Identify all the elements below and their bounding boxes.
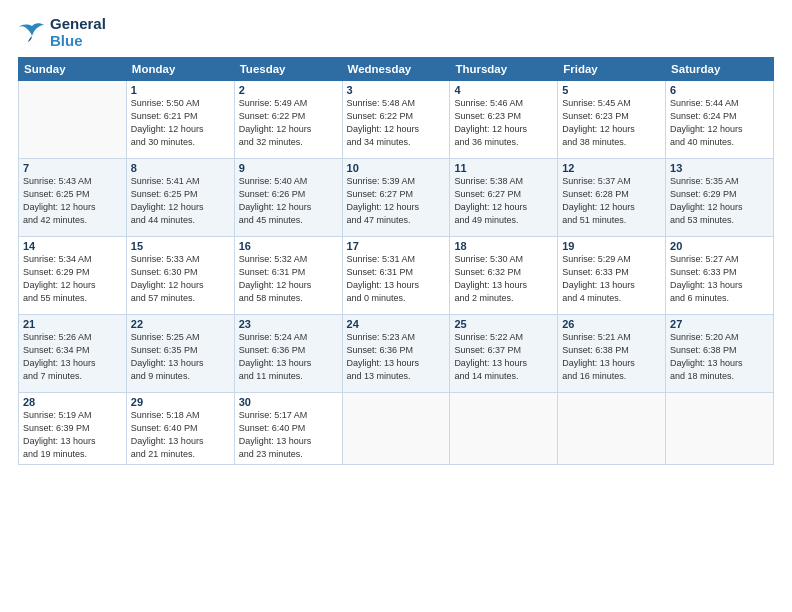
day-number: 2 (239, 84, 338, 96)
calendar-cell: 26Sunrise: 5:21 AMSunset: 6:38 PMDayligh… (558, 315, 666, 393)
day-info: Sunrise: 5:50 AMSunset: 6:21 PMDaylight:… (131, 97, 230, 149)
day-number: 30 (239, 396, 338, 408)
header-sunday: Sunday (19, 58, 127, 81)
logo-icon (18, 22, 46, 44)
calendar-cell: 20Sunrise: 5:27 AMSunset: 6:33 PMDayligh… (666, 237, 774, 315)
day-number: 5 (562, 84, 661, 96)
day-info: Sunrise: 5:34 AMSunset: 6:29 PMDaylight:… (23, 253, 122, 305)
day-number: 18 (454, 240, 553, 252)
header: General Blue (18, 16, 774, 49)
calendar: SundayMondayTuesdayWednesdayThursdayFrid… (18, 57, 774, 465)
week-row-4: 21Sunrise: 5:26 AMSunset: 6:34 PMDayligh… (19, 315, 774, 393)
day-number: 21 (23, 318, 122, 330)
day-number: 25 (454, 318, 553, 330)
calendar-cell: 13Sunrise: 5:35 AMSunset: 6:29 PMDayligh… (666, 159, 774, 237)
calendar-cell: 24Sunrise: 5:23 AMSunset: 6:36 PMDayligh… (342, 315, 450, 393)
day-info: Sunrise: 5:31 AMSunset: 6:31 PMDaylight:… (347, 253, 446, 305)
calendar-cell: 21Sunrise: 5:26 AMSunset: 6:34 PMDayligh… (19, 315, 127, 393)
day-number: 1 (131, 84, 230, 96)
week-row-5: 28Sunrise: 5:19 AMSunset: 6:39 PMDayligh… (19, 393, 774, 465)
calendar-cell: 15Sunrise: 5:33 AMSunset: 6:30 PMDayligh… (126, 237, 234, 315)
calendar-cell: 2Sunrise: 5:49 AMSunset: 6:22 PMDaylight… (234, 81, 342, 159)
calendar-cell: 18Sunrise: 5:30 AMSunset: 6:32 PMDayligh… (450, 237, 558, 315)
day-number: 28 (23, 396, 122, 408)
day-number: 15 (131, 240, 230, 252)
week-row-1: 1Sunrise: 5:50 AMSunset: 6:21 PMDaylight… (19, 81, 774, 159)
calendar-cell: 17Sunrise: 5:31 AMSunset: 6:31 PMDayligh… (342, 237, 450, 315)
logo-text-blue: Blue (50, 33, 106, 50)
header-tuesday: Tuesday (234, 58, 342, 81)
day-number: 27 (670, 318, 769, 330)
calendar-header-row: SundayMondayTuesdayWednesdayThursdayFrid… (19, 58, 774, 81)
day-info: Sunrise: 5:46 AMSunset: 6:23 PMDaylight:… (454, 97, 553, 149)
day-number: 8 (131, 162, 230, 174)
calendar-cell: 28Sunrise: 5:19 AMSunset: 6:39 PMDayligh… (19, 393, 127, 465)
day-number: 6 (670, 84, 769, 96)
calendar-cell (19, 81, 127, 159)
calendar-cell: 3Sunrise: 5:48 AMSunset: 6:22 PMDaylight… (342, 81, 450, 159)
calendar-cell: 14Sunrise: 5:34 AMSunset: 6:29 PMDayligh… (19, 237, 127, 315)
day-number: 9 (239, 162, 338, 174)
calendar-cell: 9Sunrise: 5:40 AMSunset: 6:26 PMDaylight… (234, 159, 342, 237)
day-number: 11 (454, 162, 553, 174)
day-info: Sunrise: 5:49 AMSunset: 6:22 PMDaylight:… (239, 97, 338, 149)
day-number: 10 (347, 162, 446, 174)
day-info: Sunrise: 5:19 AMSunset: 6:39 PMDaylight:… (23, 409, 122, 461)
day-number: 7 (23, 162, 122, 174)
day-number: 22 (131, 318, 230, 330)
calendar-cell: 4Sunrise: 5:46 AMSunset: 6:23 PMDaylight… (450, 81, 558, 159)
header-saturday: Saturday (666, 58, 774, 81)
week-row-3: 14Sunrise: 5:34 AMSunset: 6:29 PMDayligh… (19, 237, 774, 315)
day-number: 20 (670, 240, 769, 252)
calendar-cell: 1Sunrise: 5:50 AMSunset: 6:21 PMDaylight… (126, 81, 234, 159)
day-info: Sunrise: 5:38 AMSunset: 6:27 PMDaylight:… (454, 175, 553, 227)
day-info: Sunrise: 5:41 AMSunset: 6:25 PMDaylight:… (131, 175, 230, 227)
day-number: 14 (23, 240, 122, 252)
day-info: Sunrise: 5:32 AMSunset: 6:31 PMDaylight:… (239, 253, 338, 305)
day-info: Sunrise: 5:45 AMSunset: 6:23 PMDaylight:… (562, 97, 661, 149)
day-number: 23 (239, 318, 338, 330)
day-info: Sunrise: 5:20 AMSunset: 6:38 PMDaylight:… (670, 331, 769, 383)
day-number: 29 (131, 396, 230, 408)
day-info: Sunrise: 5:40 AMSunset: 6:26 PMDaylight:… (239, 175, 338, 227)
day-info: Sunrise: 5:48 AMSunset: 6:22 PMDaylight:… (347, 97, 446, 149)
day-number: 3 (347, 84, 446, 96)
calendar-cell: 22Sunrise: 5:25 AMSunset: 6:35 PMDayligh… (126, 315, 234, 393)
day-info: Sunrise: 5:17 AMSunset: 6:40 PMDaylight:… (239, 409, 338, 461)
day-number: 13 (670, 162, 769, 174)
day-info: Sunrise: 5:24 AMSunset: 6:36 PMDaylight:… (239, 331, 338, 383)
header-monday: Monday (126, 58, 234, 81)
day-number: 17 (347, 240, 446, 252)
day-info: Sunrise: 5:37 AMSunset: 6:28 PMDaylight:… (562, 175, 661, 227)
day-info: Sunrise: 5:25 AMSunset: 6:35 PMDaylight:… (131, 331, 230, 383)
day-info: Sunrise: 5:39 AMSunset: 6:27 PMDaylight:… (347, 175, 446, 227)
calendar-cell (342, 393, 450, 465)
calendar-cell (558, 393, 666, 465)
day-info: Sunrise: 5:44 AMSunset: 6:24 PMDaylight:… (670, 97, 769, 149)
day-number: 26 (562, 318, 661, 330)
calendar-cell: 23Sunrise: 5:24 AMSunset: 6:36 PMDayligh… (234, 315, 342, 393)
calendar-cell: 25Sunrise: 5:22 AMSunset: 6:37 PMDayligh… (450, 315, 558, 393)
day-number: 12 (562, 162, 661, 174)
header-friday: Friday (558, 58, 666, 81)
day-info: Sunrise: 5:30 AMSunset: 6:32 PMDaylight:… (454, 253, 553, 305)
day-info: Sunrise: 5:22 AMSunset: 6:37 PMDaylight:… (454, 331, 553, 383)
calendar-cell (450, 393, 558, 465)
day-number: 4 (454, 84, 553, 96)
calendar-cell: 16Sunrise: 5:32 AMSunset: 6:31 PMDayligh… (234, 237, 342, 315)
day-info: Sunrise: 5:33 AMSunset: 6:30 PMDaylight:… (131, 253, 230, 305)
day-info: Sunrise: 5:27 AMSunset: 6:33 PMDaylight:… (670, 253, 769, 305)
day-info: Sunrise: 5:23 AMSunset: 6:36 PMDaylight:… (347, 331, 446, 383)
calendar-cell: 30Sunrise: 5:17 AMSunset: 6:40 PMDayligh… (234, 393, 342, 465)
calendar-cell: 27Sunrise: 5:20 AMSunset: 6:38 PMDayligh… (666, 315, 774, 393)
calendar-cell: 12Sunrise: 5:37 AMSunset: 6:28 PMDayligh… (558, 159, 666, 237)
day-info: Sunrise: 5:18 AMSunset: 6:40 PMDaylight:… (131, 409, 230, 461)
calendar-cell: 11Sunrise: 5:38 AMSunset: 6:27 PMDayligh… (450, 159, 558, 237)
day-info: Sunrise: 5:35 AMSunset: 6:29 PMDaylight:… (670, 175, 769, 227)
calendar-cell: 19Sunrise: 5:29 AMSunset: 6:33 PMDayligh… (558, 237, 666, 315)
day-number: 19 (562, 240, 661, 252)
logo: General Blue (18, 16, 106, 49)
day-number: 16 (239, 240, 338, 252)
day-info: Sunrise: 5:26 AMSunset: 6:34 PMDaylight:… (23, 331, 122, 383)
day-info: Sunrise: 5:21 AMSunset: 6:38 PMDaylight:… (562, 331, 661, 383)
